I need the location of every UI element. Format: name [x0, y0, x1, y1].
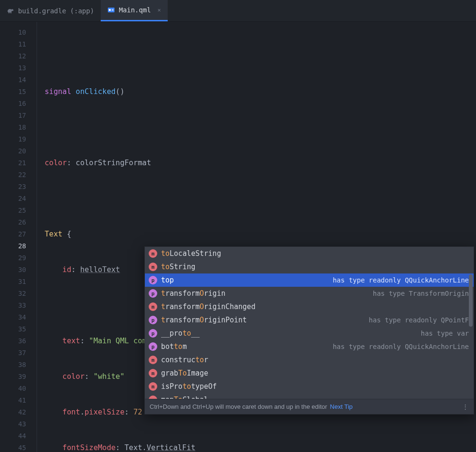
completion-item[interactable]: mgrabToImage — [145, 367, 474, 380]
line-number: 34 — [0, 311, 37, 323]
completion-item[interactable]: pbottomhas type readonly QQuickAnchorLin… — [145, 340, 474, 353]
line-number: 16 — [0, 98, 37, 110]
completion-hint: has type TransformOrigin — [373, 290, 469, 297]
completion-label: toString — [161, 263, 195, 271]
line-number: 40 — [0, 383, 37, 395]
property-icon: p — [149, 289, 157, 298]
completion-list[interactable]: mtoLocaleStringmtoStringptophas type rea… — [145, 247, 474, 399]
method-icon: m — [149, 302, 157, 311]
line-number: 37 — [0, 347, 37, 359]
close-icon[interactable]: ✕ — [158, 7, 161, 13]
completion-label: isPrototypeOf — [161, 382, 217, 391]
completion-item[interactable]: misPrototypeOf — [145, 380, 474, 393]
method-icon: m — [149, 396, 157, 399]
line-number: 44 — [0, 430, 37, 442]
line-number: 38 — [0, 359, 37, 371]
completion-label: transformOriginChanged — [161, 302, 256, 311]
line-number: 28 — [0, 240, 37, 252]
line-number: 32 — [0, 288, 37, 300]
line-number: 18 — [0, 122, 37, 133]
line-number: 45 — [0, 442, 37, 452]
completion-item[interactable]: ptransformOriginPointhas type readonly Q… — [145, 313, 474, 327]
property-icon: p — [149, 316, 157, 324]
line-number: 10 — [0, 27, 37, 38]
line-number: 42 — [0, 406, 37, 418]
elephant-icon — [7, 7, 14, 15]
tab-label: build.gradle (:app) — [18, 7, 94, 15]
property-icon: p — [149, 276, 157, 284]
line-number: 22 — [0, 169, 37, 181]
completion-item[interactable]: mconstructor — [145, 353, 474, 367]
editor-tab-bar: build.gradle (:app) Main.qml ✕ — [0, 0, 476, 22]
line-number: 29 — [0, 252, 37, 264]
completion-item[interactable]: ptophas type readonly QQuickAnchorLine — [145, 273, 474, 287]
next-tip-link[interactable]: Next Tip — [330, 403, 353, 410]
line-number: 25 — [0, 205, 37, 217]
method-icon: m — [149, 369, 157, 377]
more-icon[interactable]: ⋮ — [462, 403, 469, 410]
line-number: 15 — [0, 86, 37, 98]
completion-label: top — [161, 276, 174, 284]
line-number: 39 — [0, 371, 37, 383]
property-icon: p — [149, 342, 157, 351]
code-completion-popup: mtoLocaleStringmtoStringptophas type rea… — [144, 246, 474, 414]
line-number: 43 — [0, 418, 37, 430]
line-number: 21 — [0, 157, 37, 169]
completion-item[interactable]: p__proto__has type var — [145, 327, 474, 340]
line-number: 20 — [0, 145, 37, 157]
completion-label: grabToImage — [161, 369, 208, 377]
property-icon: p — [149, 329, 157, 338]
completion-label: transformOriginPoint — [161, 316, 247, 324]
scrollbar-thumb[interactable] — [469, 274, 473, 327]
completion-label: mapToGlobal — [161, 396, 208, 399]
completion-hint: has type var — [421, 330, 469, 337]
line-number: 17 — [0, 110, 37, 122]
line-number: 30 — [0, 264, 37, 276]
tab-main-qml[interactable]: Main.qml ✕ — [101, 0, 168, 21]
completion-hint: has type readonly QPointF — [369, 316, 469, 324]
completion-item[interactable]: mtransformOriginChanged — [145, 300, 474, 313]
completion-label: toLocaleString — [161, 249, 221, 258]
completion-item[interactable]: mtoString — [145, 260, 474, 273]
method-icon: m — [149, 263, 157, 271]
line-number: 35 — [0, 323, 37, 335]
line-number: 31 — [0, 276, 37, 288]
completion-label: bottom — [161, 342, 187, 351]
svg-rect-1 — [109, 9, 111, 11]
method-icon: m — [149, 249, 157, 258]
completion-item[interactable]: mtoLocaleString — [145, 247, 474, 260]
tip-text: Ctrl+Down and Ctrl+Up will move caret do… — [150, 403, 327, 410]
completion-label: transformOrigin — [161, 289, 225, 298]
method-icon: m — [149, 356, 157, 364]
tab-label: Main.qml — [119, 6, 151, 14]
line-number: 24 — [0, 193, 37, 205]
line-number: 19 — [0, 133, 37, 145]
line-number: 13 — [0, 62, 37, 74]
completion-hint: has type readonly QQuickAnchorLine — [333, 276, 469, 284]
completion-label: constructor — [161, 356, 208, 364]
qml-file-icon — [107, 6, 115, 14]
completion-tip-bar: Ctrl+Down and Ctrl+Up will move caret do… — [145, 399, 474, 414]
completion-hint: has type readonly QQuickAnchorLine — [333, 343, 469, 350]
line-number: 27 — [0, 228, 37, 240]
line-number: 11 — [0, 38, 37, 50]
line-gutter: 1011121314151617181920212223242526272829… — [0, 22, 37, 452]
line-number: 12 — [0, 50, 37, 62]
line-number: 14 — [0, 74, 37, 86]
line-number: 33 — [0, 300, 37, 311]
line-number: 23 — [0, 181, 37, 193]
tab-build-gradle[interactable]: build.gradle (:app) — [0, 0, 101, 21]
line-number: 26 — [0, 217, 37, 228]
line-number: 41 — [0, 395, 37, 406]
line-number: 36 — [0, 335, 37, 347]
editor-area: 1011121314151617181920212223242526272829… — [0, 22, 476, 452]
svg-rect-2 — [112, 9, 114, 11]
completion-label: __proto__ — [161, 329, 200, 338]
completion-item[interactable]: mmapToGlobal — [145, 393, 474, 399]
completion-item[interactable]: ptransformOriginhas type TransformOrigin — [145, 287, 474, 300]
method-icon: m — [149, 382, 157, 391]
